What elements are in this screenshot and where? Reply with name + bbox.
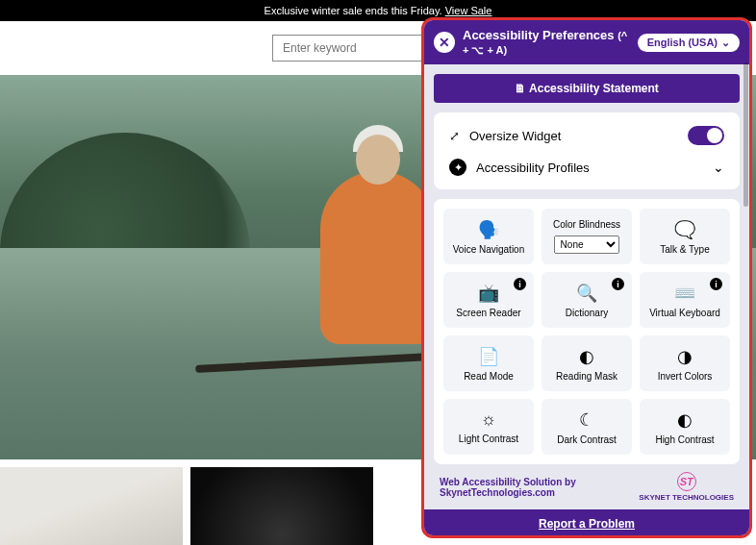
tile-read-mode[interactable]: 📄 Read Mode <box>443 335 534 391</box>
features-grid: 🗣️ Voice Navigation Color Blindness None… <box>434 199 740 464</box>
talk-icon: 🗨️ <box>674 219 695 240</box>
tile-dark-contrast[interactable]: ☾ Dark Contrast <box>542 399 632 455</box>
accessibility-statement-button[interactable]: 🗎 Accessibility Statement <box>434 74 740 103</box>
contrast-icon: ◐ <box>677 409 693 431</box>
moon-icon: ☾ <box>579 409 594 431</box>
magnifier-icon: 🔍 <box>576 283 597 304</box>
accessibility-profiles-row[interactable]: ✦ Accessibility Profiles ⌄ <box>449 159 724 176</box>
headset-icon: 🗣️ <box>478 219 499 240</box>
info-icon[interactable]: i <box>514 278 526 290</box>
accessibility-panel: ✕ Accessibility Preferences (^ + ⌥ + A) … <box>421 17 752 538</box>
banner-text: Exclusive winter sale ends this Friday. <box>265 5 445 16</box>
keyboard-icon: ⌨️ <box>674 283 695 304</box>
oversize-toggle[interactable] <box>688 126 724 145</box>
panel-title: Accessibility Preferences (^ + ⌥ + A) <box>463 28 630 57</box>
report-problem-button[interactable]: Report a Problem <box>424 509 749 538</box>
chevron-down-icon: ⌄ <box>713 160 724 175</box>
tile-virtual-keyboard[interactable]: i ⌨️ Virtual Keyboard <box>640 272 730 328</box>
tile-talk-type[interactable]: 🗨️ Talk & Type <box>640 209 730 264</box>
mask-icon: ◐ <box>579 346 594 367</box>
panel-credit: Web Accessibility Solution by SkynetTech… <box>424 464 749 509</box>
invert-icon: ◑ <box>677 346 693 367</box>
accessibility-icon: ✦ <box>449 159 466 176</box>
thumbnail-2[interactable] <box>190 467 373 545</box>
document-icon: 🗎 <box>515 82 526 95</box>
tile-dictionary[interactable]: i 🔍 Dictionary <box>542 272 632 328</box>
document-icon: 📄 <box>478 346 499 367</box>
color-blindness-select[interactable]: None <box>554 235 620 254</box>
info-icon[interactable]: i <box>612 278 624 290</box>
view-sale-link[interactable]: View Sale <box>445 5 492 16</box>
chevron-down-icon: ⌄ <box>721 37 730 49</box>
info-icon[interactable]: i <box>710 278 722 290</box>
tile-invert-colors[interactable]: ◑ Invert Colors <box>640 335 730 391</box>
expand-icon: ⤢ <box>449 129 460 143</box>
settings-card: ⤢ Oversize Widget ✦ Accessibility Profil… <box>434 112 740 189</box>
tile-reading-mask[interactable]: ◐ Reading Mask <box>542 335 632 391</box>
thumbnail-1[interactable] <box>0 467 183 545</box>
panel-header: ✕ Accessibility Preferences (^ + ⌥ + A) … <box>424 20 749 64</box>
screen-reader-icon: 📺 <box>478 283 499 304</box>
sun-icon: ☼ <box>481 409 497 430</box>
tile-color-blindness[interactable]: Color Blindness None <box>542 209 632 264</box>
close-icon[interactable]: ✕ <box>434 32 455 53</box>
skynet-logo: ST SKYNET TECHNOLOGIES <box>639 472 734 502</box>
scrollbar[interactable] <box>743 62 748 207</box>
tile-screen-reader[interactable]: i 📺 Screen Reader <box>443 272 534 328</box>
tile-light-contrast[interactable]: ☼ Light Contrast <box>443 399 534 455</box>
tile-high-contrast[interactable]: ◐ High Contrast <box>640 399 730 455</box>
tile-voice-navigation[interactable]: 🗣️ Voice Navigation <box>443 209 534 264</box>
language-button[interactable]: English (USA) ⌄ <box>638 34 740 52</box>
oversize-widget-row: ⤢ Oversize Widget <box>449 126 724 145</box>
